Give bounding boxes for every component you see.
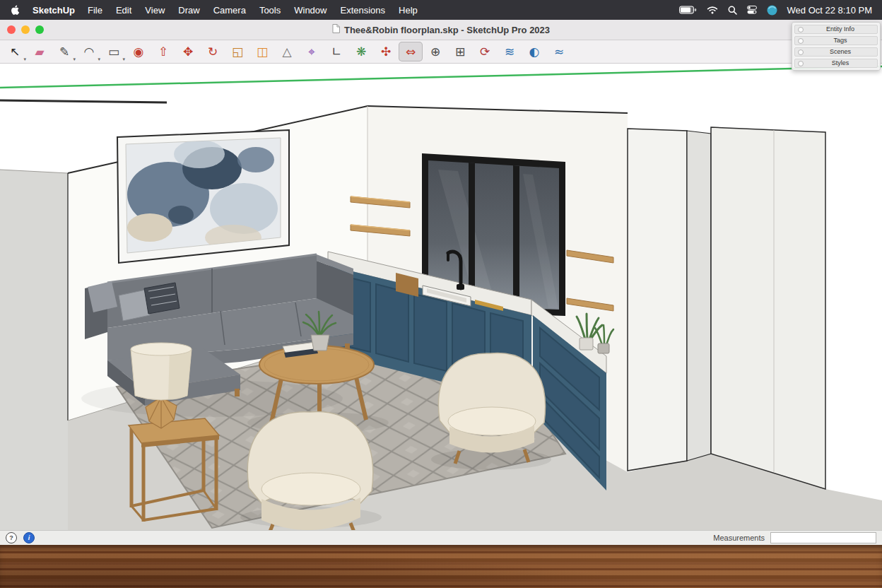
menu-file[interactable]: File: [88, 5, 102, 16]
menu-view[interactable]: View: [145, 5, 165, 16]
paint-bucket-icon: ◉: [134, 46, 144, 58]
mirror-tool[interactable]: △: [275, 42, 299, 61]
dimensions-tool[interactable]: ∟: [324, 42, 348, 61]
close-button[interactable]: [7, 25, 16, 34]
zoom-tool[interactable]: ⊕: [423, 42, 447, 61]
zoom-extents-icon: ⊞: [455, 46, 465, 58]
position-camera-tool[interactable]: ⌖: [300, 42, 324, 61]
traffic-lights: [0, 25, 44, 34]
line-icon: ✎: [59, 46, 69, 58]
shadows-icon: ◐: [529, 46, 540, 58]
fog-icon: ≈: [554, 46, 564, 58]
panel-collapse-icon[interactable]: [798, 27, 804, 33]
panel-collapse-icon[interactable]: [798, 61, 804, 66]
zoom-icon: ⊕: [430, 46, 440, 58]
user-avatar-icon[interactable]: [767, 5, 777, 16]
wifi-icon[interactable]: [707, 6, 718, 14]
push-pull-icon: ⇧: [158, 46, 168, 58]
zoom-extents-tool[interactable]: ⊞: [448, 42, 472, 61]
select-tool[interactable]: ↖▾: [3, 42, 27, 61]
scale-tool[interactable]: ◱: [225, 42, 249, 61]
tray-panel-label: Entity Info: [806, 26, 874, 33]
tray-panel-label: Scenes: [806, 49, 874, 55]
position-camera-icon: ⌖: [308, 46, 315, 58]
screen: SketchUp FileEditViewDrawCameraToolsWind…: [0, 0, 882, 588]
shapes-icon: ▭: [108, 46, 119, 58]
tray-panel-scenes[interactable]: Scenes: [794, 47, 878, 57]
status-bar-icons: ?i: [6, 532, 35, 543]
menu-tools[interactable]: Tools: [259, 5, 281, 16]
minimize-button[interactable]: [21, 25, 30, 34]
arcs-tool[interactable]: ◠▾: [77, 42, 101, 61]
document-icon: [332, 24, 340, 35]
follow-me-icon: ✣: [381, 46, 391, 58]
tray-panel-styles[interactable]: Styles: [794, 59, 878, 68]
viewport-3d[interactable]: [0, 64, 882, 530]
spotlight-icon[interactable]: [728, 6, 737, 15]
title-bar: Thee&Robin floorplan.skp - SketchUp Pro …: [0, 20, 882, 40]
measurements-area: Measurements: [713, 532, 876, 543]
section-plane-icon: ◫: [257, 46, 268, 58]
menu-camera[interactable]: Camera: [213, 5, 246, 16]
rotate-tool[interactable]: ↻: [201, 42, 225, 61]
window-title: Thee&Robin floorplan.skp - SketchUp Pro …: [344, 25, 550, 35]
orbit-icon: ⟳: [480, 46, 490, 58]
line-tool[interactable]: ✎▾: [52, 42, 76, 61]
tray-panel-tags[interactable]: Tags: [794, 36, 878, 45]
orbit-tool[interactable]: ⟳: [473, 42, 497, 61]
styles-tool[interactable]: ≋: [498, 42, 522, 61]
tray-panel-label: Styles: [806, 60, 874, 66]
battery-icon[interactable]: [679, 6, 697, 14]
select-icon: ↖: [10, 46, 20, 58]
follow-me-tool[interactable]: ✣: [374, 42, 398, 61]
dropdown-caret-icon: ▾: [122, 57, 125, 62]
pan-icon: ⇔: [406, 46, 416, 58]
dropdown-caret-icon: ▾: [23, 57, 26, 62]
menu-items: FileEditViewDrawCameraToolsWindowExtensi…: [88, 5, 418, 16]
apple-menu-icon[interactable]: [10, 4, 20, 16]
control-center-icon[interactable]: [747, 6, 757, 14]
fog-tool[interactable]: ≈: [547, 42, 571, 61]
desktop-wallpaper: [0, 545, 882, 588]
tray-panel-entity-info[interactable]: Entity Info: [794, 25, 878, 34]
section-plane-tool[interactable]: ◫: [250, 42, 274, 61]
dimensions-icon: ∟: [331, 46, 341, 58]
menu-extensions[interactable]: Extensions: [340, 5, 385, 16]
eraser-icon: ▰: [35, 46, 44, 58]
green-axis-line: [0, 66, 882, 88]
tray-panel-label: Tags: [806, 37, 874, 44]
menu-help[interactable]: Help: [399, 5, 418, 16]
pan-tool[interactable]: ⇔: [399, 42, 423, 61]
menu-bar-clock[interactable]: Wed Oct 22 8:10 PM: [787, 5, 872, 16]
mirror-icon: △: [282, 46, 291, 58]
arcs-icon: ◠: [84, 46, 95, 58]
shadows-tool[interactable]: ◐: [522, 42, 546, 61]
eraser-tool[interactable]: ▰: [28, 42, 52, 61]
shapes-tool[interactable]: ▭▾: [102, 42, 126, 61]
measurements-input[interactable]: [770, 532, 876, 543]
menu-window[interactable]: Window: [294, 5, 327, 16]
model-scene[interactable]: [0, 64, 882, 530]
sandbox-icon: ❋: [356, 46, 366, 58]
sandbox-tool[interactable]: ❋: [349, 42, 373, 61]
app-menu[interactable]: SketchUp: [33, 5, 75, 16]
panel-collapse-icon[interactable]: [798, 38, 804, 44]
wall-art[interactable]: [117, 130, 289, 263]
model-info-icon[interactable]: i: [23, 532, 35, 543]
armchair-right[interactable]: [431, 353, 551, 470]
menu-bar: SketchUp FileEditViewDrawCameraToolsWind…: [0, 0, 882, 20]
push-pull-tool[interactable]: ⇧: [151, 42, 175, 61]
dropdown-caret-icon: ▾: [73, 57, 76, 62]
fullscreen-button[interactable]: [35, 25, 44, 34]
move-tool[interactable]: ✥: [176, 42, 200, 61]
menu-bar-status: Wed Oct 22 8:10 PM: [679, 5, 872, 16]
paint-bucket-tool[interactable]: ◉: [127, 42, 151, 61]
panel-tray: Entity InfoTagsScenesStyles: [792, 22, 881, 71]
measurements-label: Measurements: [713, 534, 765, 542]
menu-draw[interactable]: Draw: [178, 5, 199, 16]
menu-edit[interactable]: Edit: [116, 5, 131, 16]
status-bar: ?i Measurements: [0, 530, 882, 545]
window-title-wrap: Thee&Robin floorplan.skp - SketchUp Pro …: [332, 24, 550, 35]
panel-collapse-icon[interactable]: [798, 49, 804, 55]
help-icon[interactable]: ?: [6, 532, 17, 543]
